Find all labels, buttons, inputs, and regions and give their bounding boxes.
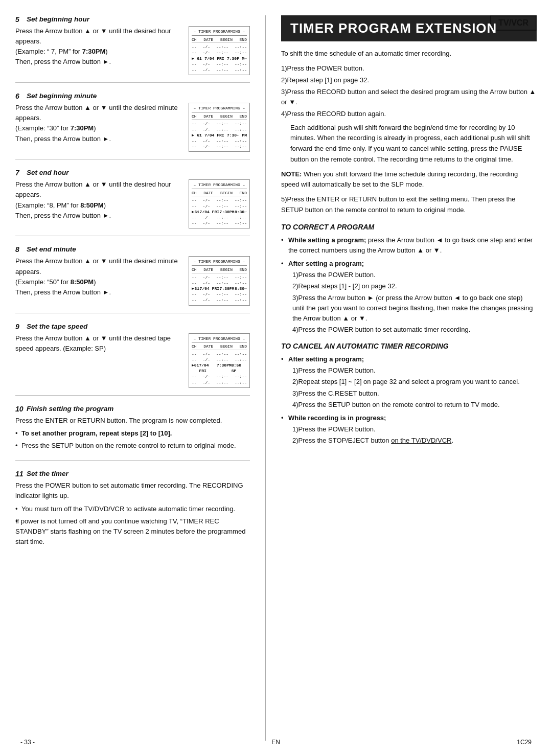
tv-vcr-badge: TV/VCR	[490, 15, 537, 31]
step-11-text: Press the POWER button to set automatic …	[15, 480, 250, 547]
right-step-2: 2)Repeat step [1] on page 32.	[281, 75, 537, 85]
step-10-title: Finish setting the program	[27, 405, 113, 413]
step-10-bullet-2: Press the SETUP button on the remote con…	[15, 441, 250, 451]
cancel-sub-6: 2)Press the STOP/EJECT button on the TV/…	[292, 436, 537, 446]
left-column: 5 Set beginning hour Press the Arrow but…	[15, 15, 266, 741]
step-7-screen: – TIMER PROGRAMMING – CHDATEBEGINEND ---…	[189, 179, 250, 228]
step-5-section: 5 Set beginning hour Press the Arrow but…	[15, 15, 250, 83]
correct-sub-1: 1)Press the POWER button.	[292, 270, 537, 280]
right-numbered-steps: 1)Press the POWER button. 2)Repeat step …	[281, 63, 537, 120]
step-11-bullet-2: If power is not turned off and you conti…	[15, 516, 250, 547]
correct-program-section: TO CORRECT A PROGRAM While setting a pro…	[281, 223, 537, 335]
correct-sub-3: 3)Press the Arrow button ► (or press the…	[292, 293, 537, 324]
cancel-sub-5: 1)Press the POWER button.	[292, 424, 537, 434]
step-6-screen: – TIMER PROGRAMMING – CHDATEBEGINEND ---…	[189, 103, 250, 152]
right-body-paragraph: Each additional push will shift forward …	[281, 123, 537, 165]
right-step-1: 1)Press the POWER button.	[281, 63, 537, 74]
step-11-section: 11 Set the timer Press the POWER button …	[15, 470, 250, 556]
page-title: TIMER PROGRAM EXTENSION	[290, 20, 527, 36]
step-6-text: Press the Arrow button ▲ or ▼ until the …	[15, 103, 183, 144]
step-9-section: 9 Set the tape speed Press the Arrow but…	[15, 323, 250, 396]
right-intro: To shift the time schedule of an automat…	[281, 49, 537, 59]
step-7-text: Press the Arrow button ▲ or ▼ until the …	[15, 179, 183, 221]
cancel-sub-2: 2)Repeat steps [1] ~ [2] on page 32 and …	[292, 377, 537, 387]
step-10-text: Press the ENTER or RETURN button. The pr…	[15, 416, 250, 451]
right-note: NOTE: When you shift forward the time sc…	[281, 169, 537, 191]
step-11-num: 11	[15, 470, 25, 478]
right-step-3: 3)Press the RECORD button and select the…	[281, 87, 537, 107]
step-11-title: Set the timer	[27, 470, 68, 477]
right-column: TV/VCR TIMER PROGRAM EXTENSION To shift …	[266, 15, 537, 741]
step-7-section: 7 Set end hour Press the Arrow button ▲ …	[15, 169, 250, 236]
correct-program-heading: TO CORRECT A PROGRAM	[281, 223, 537, 231]
page-footer: - 33 - EN 1C29	[0, 739, 552, 746]
step-5-text: Press the Arrow button ▲ or ▼ until the …	[15, 26, 183, 67]
step-9-num: 9	[15, 323, 25, 331]
step-9-screen: – TIMER PROGRAMMING – CHDATEBEGINEND ---…	[189, 333, 250, 388]
step-7-title: Set end hour	[27, 169, 69, 176]
cancel-sub-1: 1)Press the POWER button.	[292, 365, 537, 376]
product-code: 1C29	[517, 739, 532, 746]
step-6-section: 6 Set beginning minute Press the Arrow b…	[15, 92, 250, 159]
step-9-title: Set the tape speed	[27, 323, 87, 330]
correct-bullet-1: While setting a program; press the Arrow…	[281, 235, 537, 256]
step-9-text: Press the Arrow button ▲ or ▼ until the …	[15, 333, 183, 354]
step-7-num: 7	[15, 169, 25, 177]
correct-sub-4: 4)Press the POWER button to set automati…	[292, 325, 537, 335]
correct-program-bullets: While setting a program; press the Arrow…	[281, 235, 537, 335]
step-10-num: 10	[15, 405, 25, 413]
cancel-bullet-1: After setting a program; 1)Press the POW…	[281, 354, 537, 410]
step-8-text: Press the Arrow button ▲ or ▼ until the …	[15, 256, 183, 297]
step-8-section: 8 Set end minute Press the Arrow button …	[15, 245, 250, 313]
cancel-recording-section: TO CANCEL AN AUTOMATIC TIMER RECORDING A…	[281, 342, 537, 446]
step-11-bullet-1: You must turn off the TV/DVD/VCR to acti…	[15, 504, 250, 514]
right-step5: 5)Press the ENTER or RETURN button to ex…	[281, 194, 537, 216]
step-10-section: 10 Finish setting the program Press the …	[15, 405, 250, 461]
step-10-bullet-1: To set another program, repeat steps [2]…	[15, 428, 250, 439]
right-step-4: 4)Press the RECORD button again.	[281, 109, 537, 119]
correct-sub-2: 2)Repeat steps [1] - [2] on page 32.	[292, 281, 537, 291]
step-8-num: 8	[15, 245, 25, 254]
step-8-screen: – TIMER PROGRAMMING – CHDATEBEGINEND ---…	[189, 256, 250, 305]
cancel-sub-4: 4)Press the SETUP button on the remote c…	[292, 400, 537, 410]
cancel-recording-heading: TO CANCEL AN AUTOMATIC TIMER RECORDING	[281, 342, 537, 350]
cancel-sub-3: 3)Press the C.RESET button.	[292, 388, 537, 399]
cancel-bullet-2: While recording is in progress; 1)Press …	[281, 413, 537, 446]
step-5-num: 5	[15, 15, 25, 24]
cancel-recording-bullets: After setting a program; 1)Press the POW…	[281, 354, 537, 446]
step-5-screen: – TIMER PROGRAMMING – CHDATEBEGINEND ---…	[189, 26, 250, 75]
page-number: - 33 -	[20, 739, 35, 746]
step-5-title: Set beginning hour	[27, 15, 89, 23]
language-code: EN	[271, 739, 280, 746]
step-6-title: Set beginning minute	[27, 92, 97, 100]
correct-bullet-2: After setting a program; 1)Press the POW…	[281, 259, 537, 335]
step-6-num: 6	[15, 92, 25, 100]
step-8-title: Set end minute	[27, 245, 76, 253]
